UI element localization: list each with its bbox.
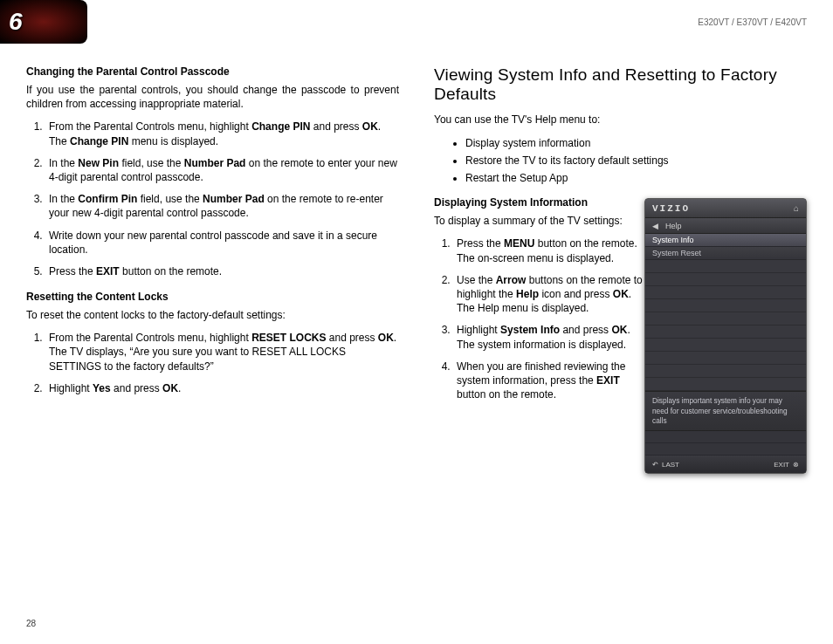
- tv-menu-item-system-reset: System Reset: [645, 247, 806, 260]
- right-column: Viewing System Info and Resetting to Fac…: [434, 65, 807, 414]
- list-item: In the Confirm Pin field, use the Number…: [45, 192, 399, 220]
- tv-menu-item-system-info: System Info: [645, 234, 806, 247]
- home-icon: ⌂: [794, 203, 799, 213]
- list-item: In the New Pin field, use the Number Pad…: [45, 156, 399, 184]
- page-header: 6 E320VT / E370VT / E420VT: [0, 0, 833, 44]
- tv-menu-footer: ↶ LAST EXIT ⊗: [645, 456, 806, 473]
- page-number: 28: [26, 619, 36, 628]
- list-item: Use the Arrow buttons on the remote to h…: [453, 273, 649, 316]
- tv-blank-area: [645, 260, 806, 391]
- para-help-intro: You can use the TV's Help menu to:: [434, 113, 807, 127]
- para-display-intro: To display a summary of the TV settings:: [434, 214, 649, 228]
- tv-blank-area: [645, 431, 806, 456]
- left-column: Changing the Parental Control Passcode I…: [26, 65, 399, 414]
- page-badge: 6: [0, 0, 87, 44]
- list-item: Restore the TV to its factory default se…: [465, 153, 807, 168]
- tv-menu-screenshot: VIZIO ⌂ ◀ Help System Info System Reset …: [644, 198, 807, 474]
- tv-breadcrumb: ◀ Help: [645, 218, 806, 234]
- list-item: Highlight Yes and press OK.: [45, 381, 399, 395]
- tv-menu-description: Displays important system info your may …: [645, 391, 806, 431]
- steps-display-sysinfo: Press the MENU button on the remote. The…: [434, 236, 649, 401]
- list-item: Display system information: [465, 135, 807, 151]
- list-item: Write down your new parental control pas…: [45, 229, 399, 257]
- tv-exit-button: EXIT ⊗: [774, 461, 799, 469]
- tv-last-button: ↶ LAST: [652, 461, 679, 469]
- para-passcode-intro: If you use the parental controls, you sh…: [26, 83, 399, 111]
- list-item: Highlight System Info and press OK. The …: [453, 323, 649, 351]
- breadcrumb-label: Help: [665, 222, 682, 230]
- heading-change-passcode: Changing the Parental Control Passcode: [26, 65, 399, 78]
- heading-reset-locks: Resetting the Content Locks: [26, 291, 399, 303]
- list-item: Press the EXIT button on the remote.: [45, 264, 399, 278]
- model-numbers: E320VT / E370VT / E420VT: [698, 17, 807, 27]
- tv-logo: VIZIO: [652, 203, 690, 214]
- page-badge-number: 6: [9, 8, 23, 36]
- list-item: When you are finished reviewing the syst…: [453, 360, 649, 402]
- steps-change-passcode: From the Parental Controls menu, highlig…: [26, 120, 399, 278]
- back-arrow-icon: ◀: [652, 222, 658, 230]
- exit-icon: ⊗: [793, 461, 799, 469]
- help-bullets: Display system information Restore the T…: [434, 135, 807, 186]
- return-icon: ↶: [652, 461, 658, 469]
- steps-reset-locks: From the Parental Controls menu, highlig…: [26, 331, 399, 395]
- list-item: Restart the Setup App: [465, 170, 807, 186]
- list-item: From the Parental Controls menu, highlig…: [45, 331, 399, 373]
- tv-menu-header: VIZIO ⌂: [645, 199, 806, 218]
- para-reset-intro: To reset the content locks to the factor…: [26, 308, 399, 322]
- list-item: From the Parental Controls menu, highlig…: [45, 120, 399, 147]
- list-item: Press the MENU button on the remote. The…: [453, 236, 649, 264]
- heading-system-info: Viewing System Info and Resetting to Fac…: [434, 65, 807, 104]
